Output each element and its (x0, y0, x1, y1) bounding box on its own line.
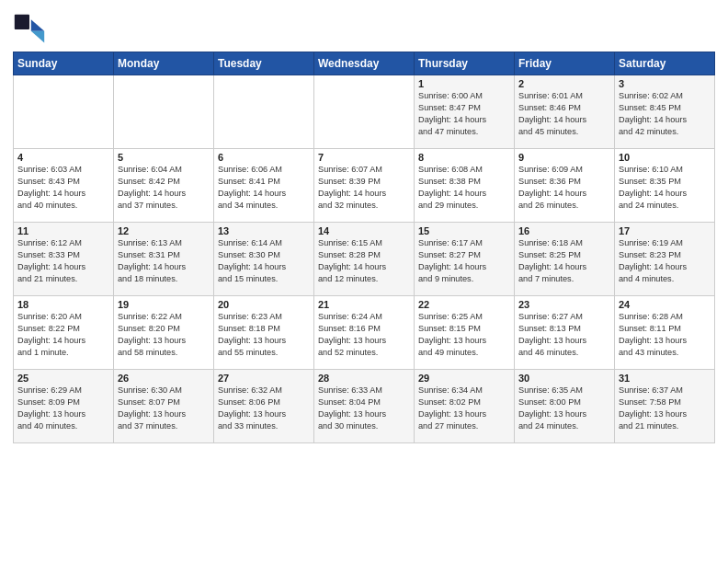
day-info: Sunrise: 6:24 AM Sunset: 8:16 PM Dayligh… (318, 311, 410, 359)
day-number: 8 (418, 152, 510, 163)
calendar-cell (314, 75, 415, 149)
day-info: Sunrise: 6:35 AM Sunset: 8:00 PM Dayligh… (518, 385, 610, 432)
day-number: 1 (418, 78, 510, 89)
day-info: Sunrise: 6:12 AM Sunset: 8:33 PM Dayligh… (17, 237, 109, 285)
page-container: SundayMondayTuesdayWednesdayThursdayFrid… (0, 0, 728, 453)
calendar-cell: 30Sunrise: 6:35 AM Sunset: 8:00 PM Dayli… (515, 370, 615, 443)
calendar-cell: 6Sunrise: 6:06 AM Sunset: 8:41 PM Daylig… (214, 149, 314, 223)
day-info: Sunrise: 6:03 AM Sunset: 8:43 PM Dayligh… (17, 164, 109, 212)
day-number: 7 (318, 152, 410, 163)
day-info: Sunrise: 6:20 AM Sunset: 8:22 PM Dayligh… (17, 311, 109, 359)
day-info: Sunrise: 6:22 AM Sunset: 8:20 PM Dayligh… (118, 311, 210, 359)
day-number: 10 (619, 152, 711, 163)
calendar-week-row: 1Sunrise: 6:00 AM Sunset: 8:47 PM Daylig… (14, 75, 715, 149)
calendar-week-row: 11Sunrise: 6:12 AM Sunset: 8:33 PM Dayli… (14, 223, 715, 296)
calendar-cell: 24Sunrise: 6:28 AM Sunset: 8:11 PM Dayli… (615, 296, 715, 370)
calendar-cell: 2Sunrise: 6:01 AM Sunset: 8:46 PM Daylig… (515, 75, 615, 149)
svg-rect-3 (15, 15, 29, 29)
calendar-table: SundayMondayTuesdayWednesdayThursdayFrid… (13, 52, 715, 443)
day-number: 21 (318, 299, 410, 310)
calendar-cell: 3Sunrise: 6:02 AM Sunset: 8:45 PM Daylig… (615, 75, 715, 149)
day-info: Sunrise: 6:01 AM Sunset: 8:46 PM Dayligh… (518, 90, 610, 138)
day-number: 28 (318, 373, 410, 384)
calendar-cell: 11Sunrise: 6:12 AM Sunset: 8:33 PM Dayli… (14, 223, 114, 296)
day-number: 26 (118, 373, 210, 384)
day-info: Sunrise: 6:10 AM Sunset: 8:35 PM Dayligh… (619, 164, 711, 212)
calendar-cell (14, 75, 114, 149)
calendar-cell: 31Sunrise: 6:37 AM Sunset: 7:58 PM Dayli… (615, 370, 715, 443)
day-number: 4 (17, 152, 109, 163)
calendar-cell (114, 75, 214, 149)
day-info: Sunrise: 6:09 AM Sunset: 8:36 PM Dayligh… (518, 164, 610, 212)
calendar-cell: 15Sunrise: 6:17 AM Sunset: 8:27 PM Dayli… (415, 223, 515, 296)
calendar-week-row: 18Sunrise: 6:20 AM Sunset: 8:22 PM Dayli… (14, 296, 715, 370)
calendar-cell: 5Sunrise: 6:04 AM Sunset: 8:42 PM Daylig… (114, 149, 214, 223)
day-info: Sunrise: 6:23 AM Sunset: 8:18 PM Dayligh… (218, 311, 310, 359)
weekday-header: Sunday (14, 52, 114, 75)
calendar-cell: 12Sunrise: 6:13 AM Sunset: 8:31 PM Dayli… (114, 223, 214, 296)
day-number: 17 (619, 225, 711, 236)
day-number: 30 (518, 373, 610, 384)
calendar-cell: 20Sunrise: 6:23 AM Sunset: 8:18 PM Dayli… (214, 296, 314, 370)
day-number: 9 (518, 152, 610, 163)
logo (13, 13, 50, 46)
day-info: Sunrise: 6:37 AM Sunset: 7:58 PM Dayligh… (619, 385, 711, 432)
calendar-cell: 25Sunrise: 6:29 AM Sunset: 8:09 PM Dayli… (14, 370, 114, 443)
calendar-cell: 8Sunrise: 6:08 AM Sunset: 8:38 PM Daylig… (415, 149, 515, 223)
day-number: 14 (318, 225, 410, 236)
day-info: Sunrise: 6:13 AM Sunset: 8:31 PM Dayligh… (118, 237, 210, 285)
day-info: Sunrise: 6:25 AM Sunset: 8:15 PM Dayligh… (418, 311, 510, 359)
calendar-cell: 29Sunrise: 6:34 AM Sunset: 8:02 PM Dayli… (415, 370, 515, 443)
calendar-cell: 10Sunrise: 6:10 AM Sunset: 8:35 PM Dayli… (615, 149, 715, 223)
day-info: Sunrise: 6:15 AM Sunset: 8:28 PM Dayligh… (318, 237, 410, 285)
day-info: Sunrise: 6:07 AM Sunset: 8:39 PM Dayligh… (318, 164, 410, 212)
day-info: Sunrise: 6:29 AM Sunset: 8:09 PM Dayligh… (17, 385, 109, 432)
calendar-cell: 1Sunrise: 6:00 AM Sunset: 8:47 PM Daylig… (415, 75, 515, 149)
calendar-cell: 26Sunrise: 6:30 AM Sunset: 8:07 PM Dayli… (114, 370, 214, 443)
day-number: 11 (17, 225, 109, 236)
day-number: 20 (218, 299, 310, 310)
day-info: Sunrise: 6:18 AM Sunset: 8:25 PM Dayligh… (518, 237, 610, 285)
day-number: 12 (118, 225, 210, 236)
header (13, 9, 715, 46)
day-number: 16 (518, 225, 610, 236)
day-number: 2 (518, 78, 610, 89)
calendar-cell: 14Sunrise: 6:15 AM Sunset: 8:28 PM Dayli… (314, 223, 415, 296)
calendar-cell: 18Sunrise: 6:20 AM Sunset: 8:22 PM Dayli… (14, 296, 114, 370)
day-info: Sunrise: 6:34 AM Sunset: 8:02 PM Dayligh… (418, 385, 510, 432)
day-info: Sunrise: 6:27 AM Sunset: 8:13 PM Dayligh… (518, 311, 610, 359)
day-info: Sunrise: 6:32 AM Sunset: 8:06 PM Dayligh… (218, 385, 310, 432)
weekday-header: Thursday (415, 52, 515, 75)
day-info: Sunrise: 6:04 AM Sunset: 8:42 PM Dayligh… (118, 164, 210, 212)
calendar-cell: 27Sunrise: 6:32 AM Sunset: 8:06 PM Dayli… (214, 370, 314, 443)
weekday-header: Monday (114, 52, 214, 75)
weekday-header: Saturday (615, 52, 715, 75)
calendar-week-row: 4Sunrise: 6:03 AM Sunset: 8:43 PM Daylig… (14, 149, 715, 223)
calendar-cell: 17Sunrise: 6:19 AM Sunset: 8:23 PM Dayli… (615, 223, 715, 296)
day-info: Sunrise: 6:02 AM Sunset: 8:45 PM Dayligh… (619, 90, 711, 138)
day-number: 13 (218, 225, 310, 236)
day-number: 27 (218, 373, 310, 384)
day-number: 29 (418, 373, 510, 384)
day-number: 5 (118, 152, 210, 163)
weekday-header: Tuesday (214, 52, 314, 75)
day-info: Sunrise: 6:30 AM Sunset: 8:07 PM Dayligh… (118, 385, 210, 432)
day-number: 24 (619, 299, 711, 310)
day-number: 19 (118, 299, 210, 310)
calendar-header-row: SundayMondayTuesdayWednesdayThursdayFrid… (14, 52, 715, 75)
logo-icon (13, 13, 46, 46)
day-number: 18 (17, 299, 109, 310)
weekday-header: Friday (515, 52, 615, 75)
day-number: 25 (17, 373, 109, 384)
calendar-cell: 9Sunrise: 6:09 AM Sunset: 8:36 PM Daylig… (515, 149, 615, 223)
calendar-cell: 21Sunrise: 6:24 AM Sunset: 8:16 PM Dayli… (314, 296, 415, 370)
day-info: Sunrise: 6:19 AM Sunset: 8:23 PM Dayligh… (619, 237, 711, 285)
day-info: Sunrise: 6:08 AM Sunset: 8:38 PM Dayligh… (418, 164, 510, 212)
weekday-header: Wednesday (314, 52, 415, 75)
day-info: Sunrise: 6:28 AM Sunset: 8:11 PM Dayligh… (619, 311, 711, 359)
day-info: Sunrise: 6:06 AM Sunset: 8:41 PM Dayligh… (218, 164, 310, 212)
day-number: 31 (619, 373, 711, 384)
calendar-cell: 4Sunrise: 6:03 AM Sunset: 8:43 PM Daylig… (14, 149, 114, 223)
day-info: Sunrise: 6:17 AM Sunset: 8:27 PM Dayligh… (418, 237, 510, 285)
day-number: 15 (418, 225, 510, 236)
